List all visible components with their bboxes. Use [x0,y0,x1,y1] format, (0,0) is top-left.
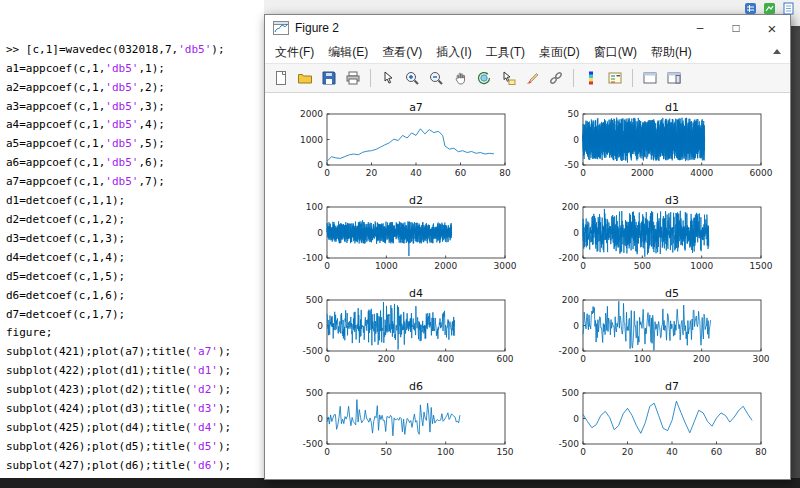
open-file-icon[interactable] [294,67,316,89]
blue-document-app-icon[interactable] [782,1,795,14]
background-taskbar-icons [744,1,795,14]
x-tick-label: 200 [377,354,394,364]
subplot-d6[interactable]: 050100150-5000500d6 [275,380,525,468]
subplot-title: a7 [409,101,423,114]
axes-box [327,114,505,165]
x-tick-label: 0 [324,354,330,364]
y-tick-label: -500 [558,439,579,449]
minimize-button[interactable]: – [682,15,718,41]
menu-bar: 文件(F)编辑(E)查看(V)插入(I)工具(T)桌面(D)窗口(W)帮助(H) [265,41,790,63]
figure-canvas: 020406080010002000a7 0200040006000-50050… [265,93,790,479]
x-tick-label: 20 [365,168,377,178]
terminal-line: d7=detcoef(c,1,7); [6,306,264,325]
data-cursor-icon[interactable] [497,67,519,89]
x-tick-label: 0 [580,447,586,457]
x-tick-label: 150 [496,447,513,457]
terminal-line: figure; [6,324,264,343]
terminal-line: a5=appcoef(c,1,'db5',5); [6,135,264,154]
figure-window-icon [273,21,289,35]
menu-item-h[interactable]: 帮助(H) [644,42,699,63]
menubar-collapse-arrow-icon[interactable] [773,49,781,54]
subplot-d3[interactable]: 050010001500-2000200d3 [531,194,781,282]
terminal-line: d3=detcoef(c,1,3); [6,230,264,249]
subplot-d5[interactable]: 0100200300-2000200d5 [531,287,781,375]
terminal-line: d2=detcoef(c,1,2); [6,211,264,230]
y-tick-label: 200 [561,202,578,212]
y-tick-label: -500 [302,346,323,356]
x-tick-label: 1500 [749,261,772,271]
green-app-icon[interactable] [763,1,776,14]
y-tick-label: 1000 [300,135,323,145]
subplot-title: d4 [409,287,423,300]
x-tick-label: 0 [580,168,586,178]
y-tick-label: 50 [567,109,579,119]
pan-icon[interactable] [449,67,471,89]
subplot-d2[interactable]: 0100020003000-1000100d2 [275,194,525,282]
y-tick-label: 500 [305,388,322,398]
link-plot-icon[interactable] [545,67,567,89]
x-tick-label: 6000 [749,168,772,178]
edit-plot-icon[interactable] [377,67,399,89]
terminal-line: subplot(427);plot(d6);title('d6'); [6,457,264,476]
subplot-title: d3 [665,194,679,207]
terminal-line: d5=detcoef(c,1,5); [6,268,264,287]
menu-item-t[interactable]: 工具(T) [479,42,532,63]
save-icon[interactable] [318,67,340,89]
subplot-title: d2 [409,194,423,207]
y-tick-label: 200 [561,295,578,305]
y-tick-label: 0 [573,414,579,424]
blue-grid-app-icon[interactable] [744,1,757,14]
y-tick-label: -200 [558,253,579,263]
x-tick-label: 2000 [630,168,653,178]
x-tick-label: 0 [324,447,330,457]
x-tick-label: 500 [633,261,650,271]
insert-legend-icon[interactable] [604,67,626,89]
menu-item-f[interactable]: 文件(F) [268,42,321,63]
new-figure-icon[interactable] [270,67,292,89]
y-tick-label: 2000 [300,109,323,119]
terminal-line: subplot(423);plot(d2);title('d2'); [6,381,264,400]
x-tick-label: 0 [324,261,330,271]
subplot-d1[interactable]: 0200040006000-50050d1 [531,101,781,189]
menu-item-i[interactable]: 插入(I) [429,42,478,63]
x-tick-label: 60 [454,168,466,178]
print-icon[interactable] [342,67,364,89]
x-tick-label: 600 [496,354,513,364]
y-tick-label: 100 [305,202,322,212]
show-plot-tools-icon[interactable] [663,67,685,89]
x-tick-label: 3000 [493,261,516,271]
terminal-line: subplot(422);plot(d1);title('d1'); [6,362,264,381]
menu-item-w[interactable]: 窗口(W) [587,42,644,63]
menu-item-d[interactable]: 桌面(D) [532,42,587,63]
x-tick-label: 40 [666,447,678,457]
y-tick-label: 0 [317,414,323,424]
matlab-command-window[interactable]: >> [c,1]=wavedec(032018,7,'db5');a1=appc… [0,0,264,478]
maximize-button[interactable]: □ [718,15,754,41]
x-tick-label: 300 [752,354,769,364]
rotate-3d-icon[interactable] [473,67,495,89]
y-tick-label: 0 [317,160,323,170]
brush-icon[interactable] [521,67,543,89]
menu-item-v[interactable]: 查看(V) [375,42,429,63]
terminal-line: a3=appcoef(c,1,'db5',3); [6,98,264,117]
menu-item-e[interactable]: 编辑(E) [321,42,375,63]
zoom-out-icon[interactable] [425,67,447,89]
zoom-in-icon[interactable] [401,67,423,89]
y-tick-label: 0 [317,228,323,238]
figure-window: Figure 2 – □ × 文件(F)编辑(E)查看(V)插入(I)工具(T)… [264,14,791,480]
x-tick-label: 0 [580,261,586,271]
close-button[interactable]: × [754,15,790,41]
terminal-line: subplot(426);plot(d5);title('d5'); [6,438,264,457]
x-tick-label: 80 [755,447,767,457]
x-tick-label: 400 [437,354,454,364]
terminal-line: >> [c,1]=wavedec(032018,7,'db5'); [6,41,264,60]
x-tick-label: 0 [324,168,330,178]
subplot-d7[interactable]: 020406080-5000500d7 [531,380,781,468]
hide-plot-tools-icon[interactable] [639,67,661,89]
insert-colorbar-icon[interactable] [580,67,602,89]
subplot-d4[interactable]: 0200400600-5000500d4 [275,287,525,375]
figure-titlebar[interactable]: Figure 2 – □ × [265,15,790,41]
terminal-line: subplot(421);plot(a7);title('a7'); [6,343,264,362]
subplot-title: d5 [665,287,679,300]
subplot-a7[interactable]: 020406080010002000a7 [275,101,525,189]
